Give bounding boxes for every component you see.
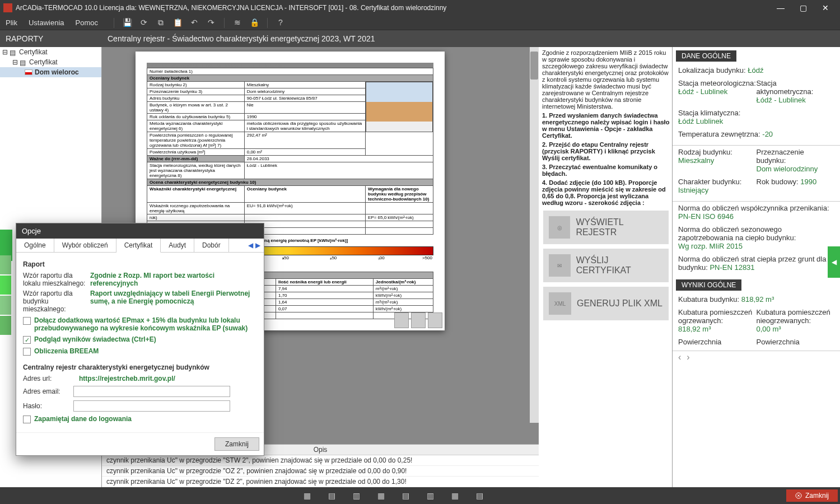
field-value[interactable]: 0,00 m³ xyxy=(757,325,835,333)
tab-audyt[interactable]: Audyt xyxy=(161,239,194,252)
tree-child[interactable]: ⊟ ▤ Certyfikat xyxy=(0,57,101,67)
menu-plik[interactable]: Plik xyxy=(6,18,17,27)
panel-nav-arrows: ‹ › xyxy=(673,351,840,363)
field-value[interactable]: 1990 xyxy=(800,178,816,186)
tab-scroll-right-icon[interactable]: ▶ xyxy=(255,241,260,249)
edge-tab[interactable] xyxy=(0,235,11,254)
panel-header: DANE OGÓLNE xyxy=(676,50,736,62)
dialog-close-button[interactable]: Zamknij xyxy=(214,437,259,451)
row-label: Rodzaj budynku 2) xyxy=(147,82,245,88)
help-icon[interactable]: ? xyxy=(276,18,286,28)
layers-icon[interactable]: ≋ xyxy=(232,18,242,28)
undo-icon[interactable]: ↶ xyxy=(189,18,199,28)
field-label: Wzór raportu dla budynku mieszkalnego: xyxy=(23,290,90,313)
tab-scroll-left-icon[interactable]: ◀ xyxy=(248,241,253,249)
options-dialog: Opcje Ogólne Wybór obliczeń Certyfikat A… xyxy=(16,223,264,456)
copy-icon[interactable]: ⧉ xyxy=(156,18,166,28)
status-icon[interactable]: ▥ xyxy=(344,487,368,504)
page-action-icons xyxy=(392,312,442,328)
doc-heading: ŚWIADECTWO CHARAKTERYSTYKI ENERGETYCZNEJ… xyxy=(147,63,433,68)
edge-tab[interactable] xyxy=(0,296,11,315)
close-icon xyxy=(795,492,802,499)
password-input[interactable] xyxy=(73,400,230,412)
row-value: Dom wielorodzinny xyxy=(244,88,365,95)
paste-icon[interactable]: 📋 xyxy=(172,18,183,28)
panel-prev-icon[interactable]: ‹ xyxy=(678,352,681,362)
status-icon[interactable]: ▦ xyxy=(368,487,393,504)
generate-xml-button[interactable]: XML GENERUJ PLIK XML xyxy=(543,287,669,320)
tree-root[interactable]: ⊟ ▤ Certyfikat xyxy=(0,47,101,57)
status-icon[interactable]: ▤ xyxy=(467,487,492,504)
field-value[interactable]: Istniejący xyxy=(678,186,757,194)
close-window-button[interactable]: ✕ xyxy=(814,0,837,16)
field-value[interactable]: Łódź - Lublinek xyxy=(757,96,835,104)
field-label: Rok budowy: xyxy=(757,178,801,186)
edge-tab[interactable] xyxy=(0,316,11,335)
status-icon[interactable]: ▦ xyxy=(442,487,467,504)
edge-tab[interactable] xyxy=(0,255,11,274)
minimize-button[interactable]: — xyxy=(769,0,792,16)
tab-ogolne[interactable]: Ogólne xyxy=(16,239,54,252)
menu-ustawienia[interactable]: Ustawienia xyxy=(29,18,64,27)
row-value: EP= 65,0 kWh/(m²·rok) xyxy=(366,214,433,221)
statusbar-close-button[interactable]: Zamknij xyxy=(786,489,838,502)
checkbox-label: Obliczenia BREEAM xyxy=(34,347,99,355)
panel-next-icon[interactable]: › xyxy=(687,352,689,362)
opis-row: czynnik przenikania Uc" w przegrodzie "O… xyxy=(102,466,539,477)
vertical-scrollbar[interactable] xyxy=(530,47,539,423)
field-value[interactable]: PN-EN ISO 6946 xyxy=(678,212,734,221)
row-label: Przeznaczenie budynku 3) xyxy=(147,88,245,95)
show-registry-button[interactable]: ◎ WYŚWIETL REJESTR xyxy=(543,211,669,244)
status-icon[interactable]: ▤ xyxy=(393,487,418,504)
send-certificate-button[interactable]: ✉ WYŚLIJ CERTYFIKAT xyxy=(543,249,669,282)
field-label: Norma do obliczeń współczynnika przenika… xyxy=(678,204,829,212)
status-icon[interactable]: ▦ xyxy=(295,487,319,504)
field-value[interactable]: Raport uwzględniający w tabeli Energii P… xyxy=(90,290,257,305)
collapse-icon[interactable]: ⊟ xyxy=(2,48,8,56)
field-value[interactable]: Dom wielorodzinny xyxy=(757,165,835,173)
field-value[interactable]: Wg rozp. MIiR 2015 xyxy=(678,242,834,250)
dialog-title: Opcje xyxy=(16,223,264,239)
tab-wybor-obliczen[interactable]: Wybór obliczeń xyxy=(54,239,116,252)
url-value[interactable]: https://rejestrcheb.mrit.gov.pl/ xyxy=(79,375,175,382)
tab-dobor[interactable]: Dobór xyxy=(194,239,229,252)
checkbox-breeam[interactable] xyxy=(23,348,31,356)
right-arrow-tab[interactable]: ◀ xyxy=(828,246,840,278)
page-icon[interactable] xyxy=(394,312,409,328)
collapse-icon[interactable]: ⊟ xyxy=(12,58,18,66)
field-value[interactable]: Zgodnie z Rozp. MI raport bez wartości r… xyxy=(90,272,257,287)
panel-header: WYNIKI OGÓLNE xyxy=(676,279,741,291)
checkbox-remember[interactable] xyxy=(23,416,31,423)
redo-icon[interactable]: ↷ xyxy=(206,18,216,28)
checkbox-epmax[interactable] xyxy=(23,317,31,325)
menu-pomoc[interactable]: Pomoc xyxy=(76,18,98,27)
lock-icon[interactable]: 🔒 xyxy=(249,18,259,28)
field-value[interactable]: -20 xyxy=(762,130,773,138)
email-input[interactable] xyxy=(73,386,230,397)
field-value[interactable]: Łódź xyxy=(748,66,763,74)
checkbox-label: Podgląd wyników świadectwa (Ctrl+E) xyxy=(34,335,156,343)
field-label: Kubatura budynku: xyxy=(678,295,741,304)
checkbox-preview[interactable] xyxy=(23,336,31,344)
doc-icon: ▤ xyxy=(10,49,17,55)
edge-tab[interactable] xyxy=(0,276,11,295)
field-value[interactable]: 818,92 m³ xyxy=(741,295,774,304)
table-cell: 0,07 xyxy=(276,306,373,312)
tree-leaf[interactable]: Dom wieloroc xyxy=(0,67,101,77)
page-icon[interactable] xyxy=(428,312,442,328)
page-icon[interactable] xyxy=(411,312,426,328)
field-value[interactable]: 818,92 m³ xyxy=(678,325,757,333)
maximize-button[interactable]: ▢ xyxy=(792,0,814,16)
refresh-icon[interactable]: ⟳ xyxy=(139,18,149,28)
save-icon[interactable]: 💾 xyxy=(122,18,132,28)
status-icon[interactable]: ▥ xyxy=(418,487,442,504)
scroll-thumb[interactable] xyxy=(530,52,538,80)
col-header: Wskaźniki charakterystyki energetycznej xyxy=(147,186,245,203)
tab-certyfikat[interactable]: Certyfikat xyxy=(116,239,161,253)
status-icon[interactable]: ▤ xyxy=(319,487,344,504)
field-value[interactable]: Łódź Lublinek xyxy=(678,117,834,125)
field-value[interactable]: PN-EN 12831 xyxy=(710,263,754,272)
field-value[interactable]: Mieszkalny xyxy=(678,156,757,165)
field-value[interactable]: Łódź - Lublinek xyxy=(678,87,757,96)
row-label: Rok oddania do użytkowania budynku 5) xyxy=(147,114,245,120)
